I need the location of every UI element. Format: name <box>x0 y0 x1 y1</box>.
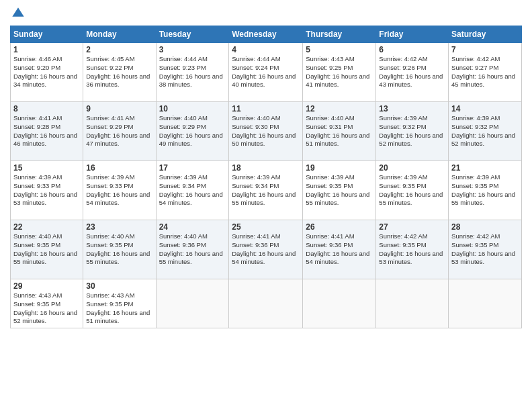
calendar-header-monday: Monday <box>83 26 156 43</box>
day-info: Sunrise: 4:45 AMSunset: 9:22 PMDaylight:… <box>86 55 152 89</box>
day-info: Sunrise: 4:39 AMSunset: 9:34 PMDaylight:… <box>159 173 226 208</box>
calendar-cell: 23Sunrise: 4:40 AMSunset: 9:35 PMDayligh… <box>83 220 156 279</box>
day-number: 18 <box>232 163 300 173</box>
day-number: 4 <box>232 45 300 54</box>
day-info: Sunrise: 4:40 AMSunset: 9:35 PMDaylight:… <box>86 232 152 267</box>
day-info: Sunrise: 4:40 AMSunset: 9:35 PMDaylight:… <box>13 232 80 267</box>
calendar-cell: 2Sunrise: 4:45 AMSunset: 9:22 PMDaylight… <box>83 43 156 102</box>
day-info: Sunrise: 4:39 AMSunset: 9:35 PMDaylight:… <box>451 173 519 208</box>
day-number: 30 <box>86 281 152 291</box>
day-number: 28 <box>451 222 519 232</box>
day-number: 7 <box>451 45 519 54</box>
day-info: Sunrise: 4:39 AMSunset: 9:32 PMDaylight:… <box>379 114 445 148</box>
day-number: 6 <box>379 45 445 54</box>
calendar-cell: 3Sunrise: 4:44 AMSunset: 9:23 PMDaylight… <box>156 43 229 102</box>
day-number: 25 <box>232 222 300 232</box>
calendar-cell: 26Sunrise: 4:41 AMSunset: 9:36 PMDayligh… <box>303 220 376 279</box>
calendar-cell: 24Sunrise: 4:40 AMSunset: 9:36 PMDayligh… <box>156 220 229 279</box>
calendar-week-row: 29Sunrise: 4:43 AMSunset: 9:35 PMDayligh… <box>11 279 522 328</box>
day-info: Sunrise: 4:42 AMSunset: 9:26 PMDaylight:… <box>379 55 445 89</box>
day-number: 12 <box>306 104 373 113</box>
calendar-header-wednesday: Wednesday <box>229 26 303 43</box>
calendar-cell: 14Sunrise: 4:39 AMSunset: 9:32 PMDayligh… <box>449 102 522 161</box>
day-number: 27 <box>379 222 445 232</box>
day-number: 10 <box>159 104 226 113</box>
calendar-cell: 9Sunrise: 4:41 AMSunset: 9:29 PMDaylight… <box>83 102 156 161</box>
calendar-cell: 11Sunrise: 4:40 AMSunset: 9:30 PMDayligh… <box>229 102 303 161</box>
calendar-cell <box>376 279 449 328</box>
calendar-header-saturday: Saturday <box>449 26 522 43</box>
day-number: 14 <box>451 104 519 113</box>
day-info: Sunrise: 4:44 AMSunset: 9:23 PMDaylight:… <box>159 55 226 89</box>
day-info: Sunrise: 4:43 AMSunset: 9:35 PMDaylight:… <box>86 291 152 326</box>
day-number: 24 <box>159 222 226 232</box>
day-info: Sunrise: 4:44 AMSunset: 9:24 PMDaylight:… <box>232 55 300 89</box>
calendar-cell: 30Sunrise: 4:43 AMSunset: 9:35 PMDayligh… <box>83 279 156 328</box>
day-number: 13 <box>379 104 445 113</box>
day-number: 5 <box>306 45 373 54</box>
day-info: Sunrise: 4:42 AMSunset: 9:35 PMDaylight:… <box>451 232 519 267</box>
day-info: Sunrise: 4:39 AMSunset: 9:35 PMDaylight:… <box>379 173 445 208</box>
day-number: 19 <box>306 163 373 173</box>
calendar-cell: 12Sunrise: 4:40 AMSunset: 9:31 PMDayligh… <box>303 102 376 161</box>
day-info: Sunrise: 4:43 AMSunset: 9:35 PMDaylight:… <box>13 291 80 326</box>
calendar-cell: 1Sunrise: 4:46 AMSunset: 9:20 PMDaylight… <box>11 43 83 102</box>
calendar-week-row: 15Sunrise: 4:39 AMSunset: 9:33 PMDayligh… <box>11 161 522 220</box>
calendar-cell: 22Sunrise: 4:40 AMSunset: 9:35 PMDayligh… <box>11 220 83 279</box>
calendar-header-tuesday: Tuesday <box>156 26 229 43</box>
day-info: Sunrise: 4:39 AMSunset: 9:34 PMDaylight:… <box>232 173 300 208</box>
day-info: Sunrise: 4:43 AMSunset: 9:25 PMDaylight:… <box>306 55 373 89</box>
calendar-cell: 20Sunrise: 4:39 AMSunset: 9:35 PMDayligh… <box>376 161 449 220</box>
calendar-cell: 4Sunrise: 4:44 AMSunset: 9:24 PMDaylight… <box>229 43 303 102</box>
day-number: 26 <box>306 222 373 232</box>
calendar-cell <box>156 279 229 328</box>
calendar-cell <box>229 279 303 328</box>
day-number: 21 <box>451 163 519 173</box>
calendar-cell: 29Sunrise: 4:43 AMSunset: 9:35 PMDayligh… <box>11 279 83 328</box>
day-number: 8 <box>13 104 80 113</box>
header <box>10 7 522 20</box>
day-info: Sunrise: 4:41 AMSunset: 9:28 PMDaylight:… <box>13 114 80 148</box>
day-number: 20 <box>379 163 445 173</box>
calendar-header-sunday: Sunday <box>11 26 83 43</box>
day-info: Sunrise: 4:40 AMSunset: 9:29 PMDaylight:… <box>159 114 226 148</box>
logo <box>10 7 25 20</box>
day-info: Sunrise: 4:39 AMSunset: 9:32 PMDaylight:… <box>451 114 519 148</box>
day-number: 29 <box>13 281 80 291</box>
calendar-cell: 5Sunrise: 4:43 AMSunset: 9:25 PMDaylight… <box>303 43 376 102</box>
calendar-cell <box>303 279 376 328</box>
calendar: SundayMondayTuesdayWednesdayThursdayFrid… <box>10 26 522 328</box>
day-number: 22 <box>13 222 80 232</box>
day-info: Sunrise: 4:40 AMSunset: 9:30 PMDaylight:… <box>232 114 300 148</box>
calendar-cell: 17Sunrise: 4:39 AMSunset: 9:34 PMDayligh… <box>156 161 229 220</box>
day-number: 9 <box>86 104 152 113</box>
calendar-week-row: 1Sunrise: 4:46 AMSunset: 9:20 PMDaylight… <box>11 43 522 102</box>
day-number: 3 <box>159 45 226 54</box>
calendar-week-row: 22Sunrise: 4:40 AMSunset: 9:35 PMDayligh… <box>11 220 522 279</box>
day-number: 11 <box>232 104 300 113</box>
calendar-cell: 15Sunrise: 4:39 AMSunset: 9:33 PMDayligh… <box>11 161 83 220</box>
calendar-cell: 13Sunrise: 4:39 AMSunset: 9:32 PMDayligh… <box>376 102 449 161</box>
calendar-cell: 18Sunrise: 4:39 AMSunset: 9:34 PMDayligh… <box>229 161 303 220</box>
day-number: 2 <box>86 45 152 54</box>
calendar-cell: 21Sunrise: 4:39 AMSunset: 9:35 PMDayligh… <box>449 161 522 220</box>
day-info: Sunrise: 4:42 AMSunset: 9:27 PMDaylight:… <box>451 55 519 89</box>
calendar-cell: 16Sunrise: 4:39 AMSunset: 9:33 PMDayligh… <box>83 161 156 220</box>
day-info: Sunrise: 4:39 AMSunset: 9:35 PMDaylight:… <box>306 173 373 208</box>
logo-icon <box>11 7 25 20</box>
day-number: 16 <box>86 163 152 173</box>
day-number: 23 <box>86 222 152 232</box>
day-info: Sunrise: 4:41 AMSunset: 9:36 PMDaylight:… <box>232 232 300 267</box>
day-number: 15 <box>13 163 80 173</box>
svg-marker-0 <box>12 7 24 16</box>
day-info: Sunrise: 4:40 AMSunset: 9:31 PMDaylight:… <box>306 114 373 148</box>
calendar-cell: 19Sunrise: 4:39 AMSunset: 9:35 PMDayligh… <box>303 161 376 220</box>
day-info: Sunrise: 4:39 AMSunset: 9:33 PMDaylight:… <box>86 173 152 208</box>
day-info: Sunrise: 4:39 AMSunset: 9:33 PMDaylight:… <box>13 173 80 208</box>
day-number: 17 <box>159 163 226 173</box>
calendar-cell: 27Sunrise: 4:42 AMSunset: 9:35 PMDayligh… <box>376 220 449 279</box>
day-info: Sunrise: 4:42 AMSunset: 9:35 PMDaylight:… <box>379 232 445 267</box>
calendar-cell <box>449 279 522 328</box>
calendar-cell: 6Sunrise: 4:42 AMSunset: 9:26 PMDaylight… <box>376 43 449 102</box>
calendar-cell: 25Sunrise: 4:41 AMSunset: 9:36 PMDayligh… <box>229 220 303 279</box>
